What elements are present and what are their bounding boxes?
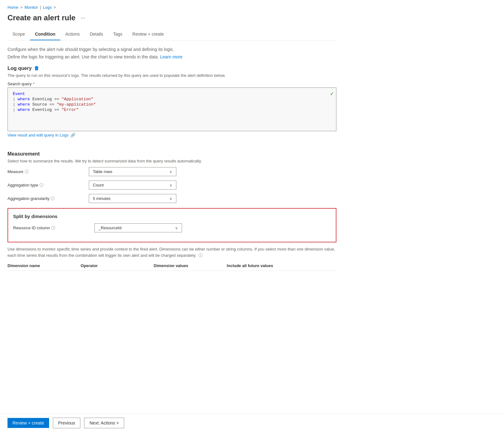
code-line-3: | where Source == "my-application" <box>13 102 331 107</box>
query-editor[interactable]: ✓ Event | where EventLog == "Application… <box>8 87 336 131</box>
measurement-title: Measurement <box>8 151 336 157</box>
aggregation-granularity-info-icon: ⓘ <box>51 196 55 201</box>
measurement-desc: Select how to summarize the results. We … <box>8 159 336 163</box>
tab-condition[interactable]: Condition <box>30 28 60 40</box>
dimensions-info-icon: ⓘ <box>199 253 203 258</box>
condition-desc2: Define the logic for triggering an alert… <box>8 54 336 59</box>
view-result-link[interactable]: View result and edit query in Logs 🔗 <box>8 133 75 137</box>
aggregation-granularity-chevron-icon: ∨ <box>169 196 172 201</box>
measure-label: Measure ⓘ <box>8 169 89 175</box>
measurement-section: Measurement Select how to summarize the … <box>8 151 336 203</box>
aggregation-type-row: Aggregation type ⓘ Count ∨ <box>8 181 336 190</box>
th-dimension-name: Dimension name <box>8 263 81 268</box>
page-title-container: Create an alert rule ··· <box>8 13 336 22</box>
code-line-2: | where EventLog == "Application" <box>13 97 331 102</box>
code-line-1: Event <box>13 92 331 96</box>
aggregation-granularity-dropdown[interactable]: 5 minutes ∨ <box>89 194 176 203</box>
aggregation-granularity-row: Aggregation granularity ⓘ 5 minutes ∨ <box>8 194 336 203</box>
ellipsis-button[interactable]: ··· <box>78 14 87 22</box>
breadcrumb-pipe: | <box>40 5 41 10</box>
log-query-title: Log query 🗑 <box>8 66 336 71</box>
measure-chevron-icon: ∨ <box>169 170 172 174</box>
required-indicator: * <box>33 82 34 86</box>
view-result-text: View result and edit query in Logs <box>8 133 68 137</box>
condition-desc1: Configure when the alert rule should tri… <box>8 47 336 52</box>
aggregation-type-chevron-icon: ∨ <box>169 183 172 187</box>
tab-scope[interactable]: Scope <box>8 28 30 40</box>
tab-tags[interactable]: Tags <box>108 28 128 40</box>
resource-id-chevron-icon: ∨ <box>175 226 178 230</box>
delete-icon[interactable]: 🗑 <box>34 66 39 71</box>
measure-value: Table rows <box>93 169 112 174</box>
th-dimension-values: Dimension values <box>154 263 227 268</box>
measure-row: Measure ⓘ Table rows ∨ <box>8 167 336 176</box>
th-operator: Operator <box>81 263 154 268</box>
log-query-desc: The query to run on this resource's logs… <box>8 73 336 78</box>
split-dimensions-section: Split by dimensions Resource ID column ⓘ… <box>8 208 336 242</box>
breadcrumb-sep1: > <box>20 5 23 10</box>
breadcrumb-logs[interactable]: Logs <box>43 5 52 10</box>
tab-review-create[interactable]: Review + create <box>127 28 169 40</box>
breadcrumb-home[interactable]: Home <box>8 5 18 10</box>
tab-bar: Scope Condition Actions Details Tags Rev… <box>8 28 336 41</box>
aggregation-type-info-icon: ⓘ <box>39 182 43 188</box>
aggregation-type-label: Aggregation type ⓘ <box>8 182 89 188</box>
page-title: Create an alert rule <box>8 13 75 22</box>
tab-details[interactable]: Details <box>85 28 108 40</box>
dimensions-info-text: Use dimensions to monitor specific time … <box>8 246 336 258</box>
code-line-4: | where EventLog == "Error" <box>13 107 331 112</box>
breadcrumb-monitor[interactable]: Monitor <box>24 5 38 10</box>
aggregation-type-dropdown[interactable]: Count ∨ <box>89 181 176 190</box>
measure-info-icon: ⓘ <box>25 169 29 175</box>
breadcrumb-sep2: > <box>53 5 56 10</box>
resource-id-row: Resource ID column ⓘ _ResourceId ∨ <box>13 223 331 232</box>
external-link-icon: 🔗 <box>70 133 75 137</box>
resource-id-value: _ResourceId <box>98 226 122 230</box>
resource-id-info-icon: ⓘ <box>51 225 55 231</box>
resource-id-label: Resource ID column ⓘ <box>13 225 94 231</box>
aggregation-granularity-label: Aggregation granularity ⓘ <box>8 196 89 201</box>
log-query-section: Log query 🗑 The query to run on this res… <box>8 66 336 144</box>
aggregation-type-value: Count <box>93 183 104 187</box>
search-query-label: Search query * <box>8 82 336 86</box>
query-success-icon: ✓ <box>330 90 334 97</box>
dimensions-table-header: Dimension name Operator Dimension values… <box>8 263 336 271</box>
split-dimensions-title: Split by dimensions <box>13 214 331 219</box>
aggregation-granularity-value: 5 minutes <box>93 196 110 201</box>
measure-dropdown[interactable]: Table rows ∨ <box>89 167 176 176</box>
th-include-future: Include all future values <box>227 263 336 268</box>
tab-actions[interactable]: Actions <box>60 28 85 40</box>
resource-id-dropdown[interactable]: _ResourceId ∨ <box>94 223 182 232</box>
learn-more-link[interactable]: Learn more <box>160 54 183 59</box>
breadcrumb: Home > Monitor | Logs > <box>8 5 336 10</box>
